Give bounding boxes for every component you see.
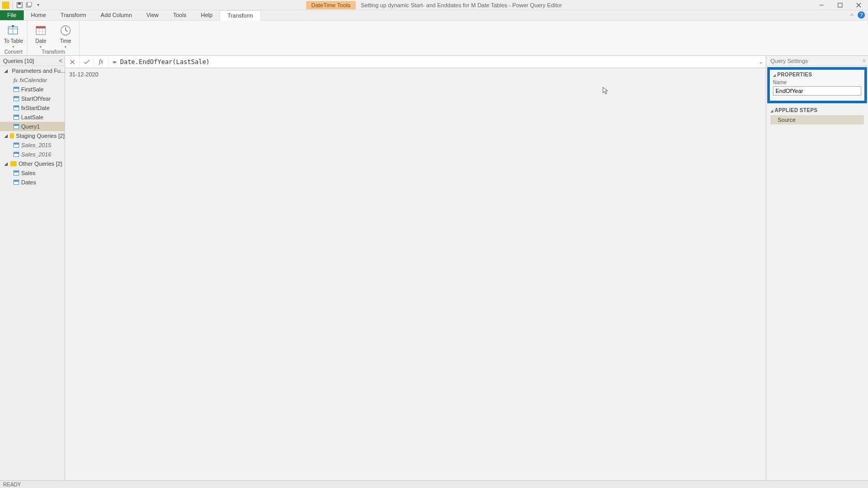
qat-dropdown-icon[interactable]: ▾: [35, 2, 42, 9]
tab-context-transform[interactable]: Transform: [220, 10, 261, 21]
applied-step[interactable]: Source: [770, 115, 864, 124]
query-item-label: fxCalendar: [20, 77, 47, 83]
query-item-label: Sales_2015: [21, 142, 51, 148]
query-group-label: Staging Queries [2]: [16, 133, 65, 139]
data-view: fx ⌄ 31-12-2020: [65, 56, 766, 480]
query-item[interactable]: StartOfYear: [0, 94, 65, 103]
query-group-label: Parameters and Fu...: [12, 68, 65, 74]
window-title: Setting up dynamic Start- and Enddates f…: [361, 2, 562, 8]
to-table-label: To Table: [4, 38, 23, 44]
table-icon: [13, 124, 19, 129]
folder-icon: [10, 133, 14, 138]
table-icon: [13, 170, 19, 176]
query-item[interactable]: FirstSale: [0, 85, 65, 94]
to-table-icon: [7, 24, 20, 37]
query-settings-close-icon[interactable]: ×: [862, 57, 866, 65]
query-item-label: StartOfYear: [21, 96, 51, 102]
app-icon: [2, 2, 9, 9]
data-area: 31-12-2020: [65, 68, 766, 480]
applied-steps-section: APPLIED STEPS Source: [766, 104, 868, 128]
time-label: Time: [60, 38, 71, 44]
query-group[interactable]: ◢Other Queries [2]: [0, 159, 65, 168]
queries-collapse-icon[interactable]: <: [59, 57, 63, 65]
query-group[interactable]: ◢Parameters and Fu...: [0, 66, 65, 75]
options-icon[interactable]: [25, 2, 33, 9]
query-item[interactable]: Sales_2016: [0, 150, 65, 159]
query-item[interactable]: fxStartDate: [0, 103, 65, 113]
queries-panel: Queries [10] < ◢Parameters and Fu...fxfx…: [0, 56, 65, 480]
save-icon[interactable]: [16, 2, 23, 9]
date-icon: [34, 24, 48, 37]
ribbon-group-convert: To Table ▾ Convert: [0, 21, 27, 55]
queries-list: ◢Parameters and Fu...fxfxCalendarFirstSa…: [0, 66, 65, 480]
date-button[interactable]: Date ▾: [30, 24, 51, 49]
query-item-label: Sales_2016: [21, 151, 51, 158]
name-label: Name: [773, 80, 861, 85]
tab-home[interactable]: Home: [24, 10, 53, 20]
tab-tools[interactable]: Tools: [166, 10, 194, 20]
help-icon[interactable]: ?: [858, 11, 865, 19]
table-icon: [13, 180, 19, 185]
query-item[interactable]: Sales_2015: [0, 140, 65, 150]
queries-header: Queries [10] <: [0, 56, 65, 66]
tab-add-column[interactable]: Add Column: [94, 10, 140, 20]
expand-icon: ◢: [4, 133, 8, 138]
minimize-button[interactable]: [812, 0, 831, 10]
formula-input[interactable]: [109, 58, 755, 66]
status-text: READY: [3, 482, 21, 487]
cursor-indicator: [602, 87, 609, 95]
table-icon: [13, 115, 19, 120]
query-item[interactable]: Dates: [0, 178, 65, 187]
formula-accept-button[interactable]: [80, 56, 94, 68]
tab-transform[interactable]: Transform: [53, 10, 94, 20]
tab-view[interactable]: View: [139, 10, 166, 20]
query-item[interactable]: Sales: [0, 168, 65, 178]
query-group-label: Other Queries [2]: [19, 161, 62, 167]
time-icon: [59, 24, 72, 37]
properties-highlight: PROPERTIES Name: [767, 67, 867, 103]
formula-expand-icon[interactable]: ⌄: [755, 58, 766, 65]
ribbon-collapse-icon[interactable]: ㅅ: [849, 11, 855, 19]
table-icon: [13, 105, 19, 111]
query-group[interactable]: ◢Staging Queries [2]: [0, 131, 65, 140]
to-table-button[interactable]: To Table ▾: [3, 24, 24, 49]
date-dropdown-icon: ▾: [40, 45, 42, 49]
applied-steps-title: APPLIED STEPS: [770, 107, 864, 113]
table-icon: [13, 152, 19, 157]
query-item[interactable]: Query1: [0, 122, 65, 131]
query-item[interactable]: fxfxCalendar: [0, 75, 65, 85]
svg-rect-5: [838, 3, 842, 7]
svg-rect-1: [18, 3, 21, 5]
formula-cancel-button[interactable]: [65, 56, 80, 68]
query-name-input[interactable]: [773, 86, 861, 96]
table-icon: [13, 143, 19, 148]
expand-icon: ◢: [4, 68, 8, 73]
table-icon: [13, 87, 19, 92]
close-button[interactable]: [849, 0, 868, 10]
query-item[interactable]: LastSale: [0, 113, 65, 122]
queries-title: Queries [10]: [3, 58, 34, 64]
query-item-label: Query1: [21, 123, 40, 130]
query-settings-panel: Query Settings × PROPERTIES Name APPLIED…: [766, 56, 868, 480]
query-settings-title: Query Settings: [770, 58, 808, 64]
ribbon-group-transform-label: Transform: [41, 49, 65, 56]
time-button[interactable]: Time ▾: [55, 24, 76, 49]
table-icon: [13, 96, 19, 101]
formula-fx-icon[interactable]: fx: [94, 56, 109, 68]
svg-rect-3: [27, 2, 32, 6]
title-bar: ▾ DateTime Tools Setting up dynamic Star…: [0, 0, 868, 10]
folder-icon: [10, 161, 17, 166]
query-item-label: fxStartDate: [21, 105, 50, 111]
formula-bar: fx ⌄: [65, 56, 766, 68]
query-settings-header: Query Settings ×: [766, 56, 868, 66]
maximize-button[interactable]: [831, 0, 849, 10]
ribbon-group-transform: Date ▾ Time ▾ Transform: [27, 21, 80, 55]
result-value: 31-12-2020: [69, 71, 98, 77]
tab-help[interactable]: Help: [194, 10, 220, 20]
menu-tabs: File Home Transform Add Column View Tool…: [0, 10, 868, 21]
date-label: Date: [35, 38, 46, 44]
ribbon: To Table ▾ Convert Date ▾: [0, 21, 868, 56]
time-dropdown-icon: ▾: [65, 45, 67, 49]
tab-file[interactable]: File: [0, 10, 24, 20]
steps-list: Source: [770, 115, 864, 124]
